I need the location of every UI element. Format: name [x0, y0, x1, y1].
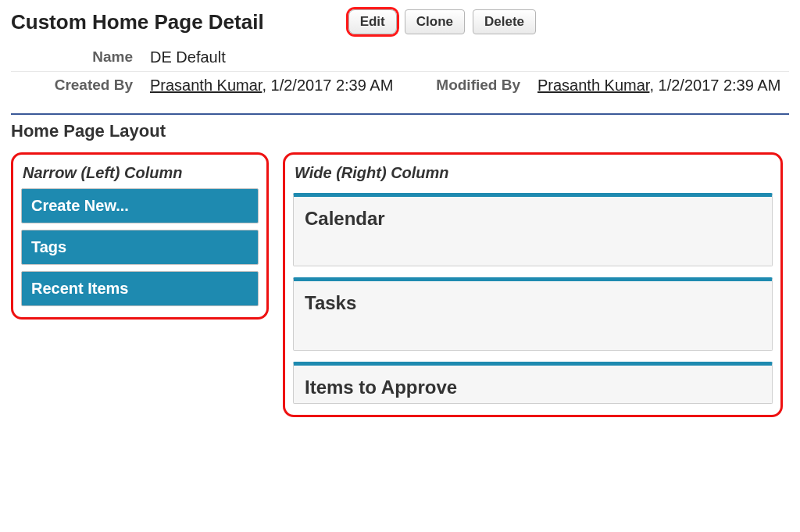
page-title: Custom Home Page Detail: [11, 10, 264, 34]
section-title: Home Page Layout: [11, 121, 789, 141]
narrow-item[interactable]: Tags: [21, 230, 259, 265]
modified-by-timestamp: , 1/2/2017 2:39 AM: [649, 77, 780, 94]
narrow-column: Narrow (Left) Column Create New... Tags …: [11, 152, 269, 320]
created-by-timestamp: , 1/2/2017 2:39 AM: [262, 77, 393, 94]
narrow-item[interactable]: Recent Items: [21, 271, 259, 306]
name-value: DE Default: [150, 48, 226, 66]
home-page-layout: Narrow (Left) Column Create New... Tags …: [11, 152, 789, 417]
modified-by-label: Modified By: [420, 77, 538, 95]
narrow-item[interactable]: Create New...: [21, 188, 259, 223]
wide-column: Wide (Right) Column Calendar Tasks Items…: [283, 152, 783, 417]
modified-by-link[interactable]: Prasanth Kumar: [538, 77, 649, 94]
edit-button[interactable]: Edit: [348, 9, 397, 34]
clone-button[interactable]: Clone: [405, 9, 465, 34]
created-by-value: Prasanth Kumar, 1/2/2017 2:39 AM: [150, 77, 393, 95]
section-divider: [11, 113, 789, 115]
wide-item[interactable]: Tasks: [293, 277, 773, 351]
narrow-column-heading: Narrow (Left) Column: [23, 164, 257, 182]
wide-item[interactable]: Calendar: [293, 193, 773, 266]
modified-by-value: Prasanth Kumar, 1/2/2017 2:39 AM: [538, 77, 780, 95]
record-detail: Name DE Default Created By Prasanth Kuma…: [11, 44, 789, 99]
delete-button[interactable]: Delete: [473, 9, 536, 34]
created-by-link[interactable]: Prasanth Kumar: [150, 77, 262, 94]
created-by-label: Created By: [17, 77, 150, 95]
action-buttons: Edit Clone Delete: [348, 9, 536, 34]
name-label: Name: [17, 48, 150, 66]
wide-column-heading: Wide (Right) Column: [295, 164, 771, 182]
wide-item[interactable]: Items to Approve: [293, 362, 773, 404]
